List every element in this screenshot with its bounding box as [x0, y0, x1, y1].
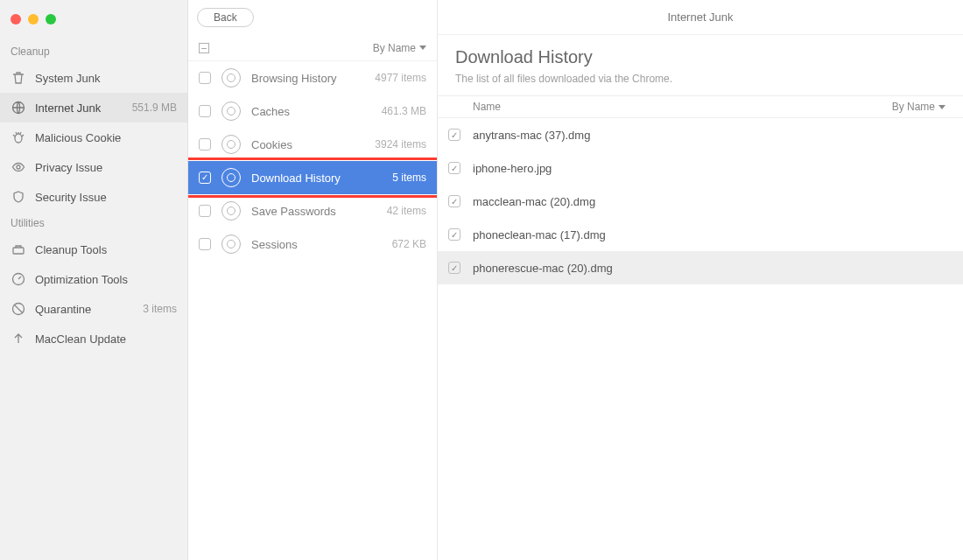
- category-header: Back: [188, 0, 437, 35]
- category-label: Cookies: [251, 138, 364, 151]
- category-meta: 672 KB: [392, 238, 426, 250]
- category-row-caches[interactable]: Caches 461.3 MB: [188, 94, 437, 128]
- checkbox[interactable]: [199, 138, 211, 150]
- checkbox-checked[interactable]: [448, 228, 460, 241]
- toolbox-icon: [11, 242, 26, 256]
- category-sort-button[interactable]: By Name: [373, 42, 426, 54]
- sidebar-meta: 3 items: [143, 303, 177, 315]
- category-row-save-passwords[interactable]: Save Passwords 42 items: [188, 194, 437, 228]
- category-row-browsing-history[interactable]: Browsing History 4977 items: [188, 61, 437, 94]
- file-sort-button[interactable]: By Name: [892, 101, 945, 113]
- gauge-icon: [11, 272, 26, 286]
- sidebar-item-internet-junk[interactable]: Internet Junk 551.9 MB: [0, 93, 187, 122]
- close-window-button[interactable]: [11, 14, 21, 24]
- file-table-header: Name By Name: [438, 95, 963, 118]
- checkbox-checked[interactable]: [448, 262, 460, 274]
- file-row[interactable]: anytrans-mac (37).dmg: [438, 118, 963, 151]
- sidebar-label: Cleanup Tools: [35, 243, 177, 256]
- sidebar-label: System Junk: [35, 72, 168, 85]
- checkbox-checked[interactable]: [199, 172, 211, 184]
- sidebar-section-cleanup: Cleanup: [0, 40, 187, 63]
- sidebar-item-malicious-cookie[interactable]: Malicious Cookie: [0, 122, 187, 152]
- detail-title: Download History: [455, 47, 945, 67]
- sidebar-item-macclean-update[interactable]: MacClean Update: [0, 324, 187, 354]
- bug-icon: [11, 130, 26, 144]
- chrome-icon: [221, 234, 241, 254]
- sidebar-label: Internet Junk: [35, 102, 123, 115]
- sidebar-label: Quarantine: [35, 303, 134, 316]
- category-label: Save Passwords: [251, 205, 376, 218]
- sidebar-item-privacy-issue[interactable]: Privacy Issue: [0, 152, 187, 182]
- category-label: Download History: [251, 172, 382, 185]
- quarantine-icon: [11, 302, 26, 316]
- svg-point-1: [15, 134, 22, 143]
- chrome-icon: [221, 135, 241, 154]
- file-name: anytrans-mac (37).dmg: [473, 129, 590, 142]
- checkbox[interactable]: [199, 105, 211, 117]
- file-list: anytrans-mac (37).dmg iphone-hero.jpg ma…: [438, 118, 963, 560]
- category-list: Browsing History 4977 items Caches 461.3…: [188, 61, 437, 560]
- category-pane: Back – By Name Browsing History 4977 ite…: [188, 0, 438, 560]
- caret-down-icon: [419, 46, 426, 50]
- category-row-download-history[interactable]: Download History 5 items: [188, 161, 437, 194]
- checkbox[interactable]: [199, 238, 211, 250]
- collapse-toggle[interactable]: –: [199, 43, 209, 53]
- sidebar-label: Security Issue: [35, 191, 177, 204]
- minimize-window-button[interactable]: [28, 14, 39, 24]
- sort-label-text: By Name: [373, 42, 416, 54]
- file-name: macclean-mac (20).dmg: [473, 195, 595, 208]
- sidebar-item-cleanup-tools[interactable]: Cleanup Tools: [0, 234, 187, 264]
- checkbox-checked[interactable]: [448, 195, 460, 207]
- window-controls: [0, 9, 187, 40]
- sidebar-label: Optimization Tools: [35, 273, 177, 286]
- sidebar-item-quarantine[interactable]: Quarantine 3 items: [0, 294, 187, 324]
- file-row[interactable]: iphone-hero.jpg: [438, 151, 963, 185]
- window-title: Internet Junk: [438, 0, 963, 35]
- chrome-icon: [221, 68, 241, 88]
- checkbox[interactable]: [199, 72, 211, 84]
- sidebar: Cleanup System Junk Internet Junk 551.9 …: [0, 0, 188, 560]
- sidebar-item-system-junk[interactable]: System Junk: [0, 63, 187, 93]
- chrome-icon: [221, 168, 241, 187]
- eye-icon: [11, 160, 26, 174]
- category-meta: 461.3 MB: [382, 105, 426, 117]
- back-button[interactable]: Back: [197, 8, 254, 27]
- category-meta: 5 items: [392, 172, 426, 184]
- sidebar-label: Malicious Cookie: [35, 131, 177, 144]
- sidebar-label: MacClean Update: [35, 332, 177, 346]
- sort-label-text: By Name: [892, 101, 935, 113]
- shield-icon: [11, 190, 26, 204]
- chrome-icon: [221, 201, 241, 220]
- file-row[interactable]: phonerescue-mac (20).dmg: [438, 251, 963, 284]
- detail-subtitle: The list of all files downloaded via the…: [455, 73, 945, 85]
- sidebar-section-utilities: Utilities: [0, 212, 187, 234]
- chrome-icon: [221, 102, 241, 121]
- globe-icon: [11, 101, 26, 115]
- col-name: Name: [448, 101, 892, 113]
- file-row[interactable]: macclean-mac (20).dmg: [438, 185, 963, 218]
- detail-title-block: Download History The list of all files d…: [438, 35, 963, 95]
- category-row-sessions[interactable]: Sessions 672 KB: [188, 228, 437, 261]
- category-label: Caches: [251, 105, 371, 118]
- file-name: iphone-hero.jpg: [473, 162, 552, 175]
- file-row[interactable]: phoneclean-mac (17).dmg: [438, 218, 963, 251]
- category-meta: 3924 items: [375, 138, 426, 150]
- svg-rect-3: [13, 248, 24, 254]
- sidebar-item-security-issue[interactable]: Security Issue: [0, 182, 187, 212]
- category-label: Sessions: [251, 238, 382, 251]
- checkbox-checked[interactable]: [448, 162, 460, 174]
- caret-down-icon: [938, 105, 945, 109]
- file-name: phonerescue-mac (20).dmg: [473, 262, 613, 275]
- category-label: Browsing History: [251, 72, 364, 85]
- category-meta: 4977 items: [375, 72, 426, 84]
- category-row-cookies[interactable]: Cookies 3924 items: [188, 128, 437, 161]
- zoom-window-button[interactable]: [46, 14, 56, 24]
- checkbox[interactable]: [199, 205, 211, 217]
- file-name: phoneclean-mac (17).dmg: [473, 228, 606, 242]
- sidebar-item-optimization-tools[interactable]: Optimization Tools: [0, 264, 187, 294]
- checkbox-checked[interactable]: [448, 129, 460, 141]
- svg-point-2: [17, 165, 20, 169]
- sidebar-label: Privacy Issue: [35, 161, 177, 174]
- category-meta: 42 items: [387, 205, 426, 217]
- sidebar-meta: 551.9 MB: [132, 102, 177, 114]
